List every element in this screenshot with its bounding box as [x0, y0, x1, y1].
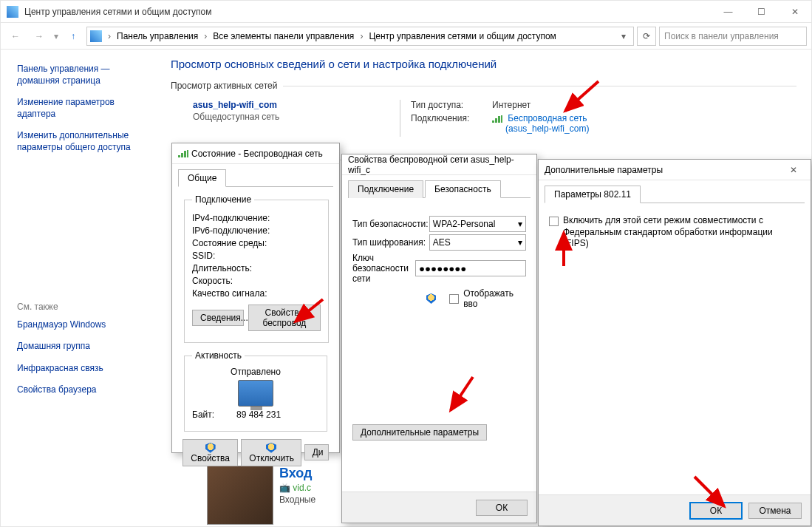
diagnose-button[interactable]: Ди	[304, 444, 329, 460]
connection-link[interactable]: Беспроводная сеть	[508, 113, 587, 123]
page-title: Просмотр основных сведений о сети и наст…	[171, 58, 796, 70]
activity-group: Активность Отправлено Байт: 89 484 231	[184, 350, 327, 432]
dialog-title: Дополнительные параметры	[545, 165, 782, 175]
breadcrumb-item[interactable]: Панель управления	[114, 31, 201, 41]
monitor-icon	[238, 380, 273, 407]
nav-back-button[interactable]: ←	[5, 26, 26, 47]
sidebar: Панель управления — домашняя страница Из…	[1, 50, 156, 526]
signal-icon	[178, 150, 188, 157]
refresh-button[interactable]: ⟳	[637, 27, 656, 46]
nav-forward-button[interactable]: →	[29, 26, 50, 47]
shield-icon	[205, 443, 216, 453]
navigation-bar: ← → ▾ ↑ › Панель управления › Все элемен…	[1, 23, 811, 50]
cancel-button[interactable]: Отмена	[748, 503, 802, 519]
nav-up-button[interactable]: ↑	[63, 26, 83, 47]
network-key-label: Ключ безопасности сети	[352, 253, 415, 284]
sidebar-link-browser[interactable]: Свойства браузера	[17, 384, 147, 396]
see-also-label: См. также	[17, 302, 147, 312]
tab-80211[interactable]: Параметры 802.11	[545, 186, 641, 203]
dialog-title: Свойства беспроводной сети asus_help-wif…	[348, 154, 530, 175]
properties-button[interactable]: Свойства	[182, 439, 238, 466]
signal-icon	[492, 115, 502, 123]
network-name: asus_help-wifi_com	[193, 100, 400, 110]
app-icon	[7, 6, 18, 18]
connection-label: Подключения:	[411, 113, 492, 134]
access-type-label: Тип доступа:	[411, 100, 492, 110]
dialog-title: Состояние - Беспроводная сеть	[191, 149, 333, 159]
speed-label: Скорость:	[192, 276, 310, 286]
maximize-button[interactable]: ☐	[745, 1, 778, 23]
active-network-block: asus_help-wifi_com Общедоступная сеть Ти…	[193, 100, 796, 137]
dialog-footer: ОК Отмена	[539, 494, 811, 526]
close-button[interactable]: ✕	[778, 1, 811, 23]
breadcrumb-item[interactable]: Центр управления сетями и общим доступом	[366, 31, 559, 41]
disable-button[interactable]: Отключить	[241, 439, 301, 466]
security-type-select[interactable]: WPA2-Personal▾	[429, 216, 526, 232]
details-button[interactable]: Сведения...	[192, 310, 244, 326]
window-title: Центр управления сетями и общим доступом	[24, 7, 712, 17]
bytes-label: Байт:	[192, 409, 236, 420]
sidebar-link-homegroup[interactable]: Домашняя группа	[17, 341, 147, 353]
breadcrumb-icon	[90, 30, 102, 42]
sidebar-link-irda[interactable]: Инфракрасная связь	[17, 363, 147, 375]
security-type-label: Тип безопасности:	[352, 219, 429, 229]
shield-icon	[426, 293, 436, 304]
connection-group: Подключение IPv4-подключение: IPv6-подкл…	[184, 194, 329, 343]
search-input[interactable]: Поиск в панели управления	[659, 27, 807, 46]
breadcrumb-item[interactable]: Все элементы панели управления	[210, 31, 357, 41]
dialog-footer: ОК	[342, 492, 536, 523]
tab-security[interactable]: Безопасность	[425, 180, 501, 198]
advanced-dialog: Дополнительные параметры ✕ Параметры 802…	[538, 159, 811, 526]
access-type-value: Интернет	[492, 100, 530, 110]
breadcrumb-dropdown[interactable]: ▾	[617, 27, 630, 45]
fips-label: Включить для этой сети режим совместимос…	[563, 215, 800, 250]
dialog-title-bar[interactable]: Состояние - Беспроводная сеть	[172, 143, 339, 164]
ipv6-label: IPv6-подключение:	[192, 225, 310, 236]
show-chars-checkbox[interactable]	[449, 294, 459, 304]
media-state-label: Состояние среды:	[192, 238, 310, 248]
status-dialog: Состояние - Беспроводная сеть Общие Подк…	[171, 143, 340, 453]
tab-general[interactable]: Общие	[178, 169, 226, 187]
title-bar: Центр управления сетями и общим доступом…	[1, 1, 811, 23]
ipv4-label: IPv4-подключение:	[192, 213, 310, 223]
network-type: Общедоступная сеть	[193, 112, 400, 122]
ok-button[interactable]: ОК	[476, 500, 528, 516]
connection-detail[interactable]: (asus_help-wifi_com)	[505, 123, 589, 134]
ad-domain: 📺 vid.c	[279, 483, 315, 493]
encryption-type-label: Тип шифрования:	[352, 237, 429, 248]
tab-connection[interactable]: Подключение	[348, 180, 423, 198]
close-icon[interactable]: ✕	[782, 162, 805, 178]
dialog-title-bar[interactable]: Дополнительные параметры ✕	[539, 160, 811, 180]
sent-label: Отправлено	[231, 367, 281, 377]
network-key-input[interactable]	[415, 260, 526, 276]
sidebar-link-firewall[interactable]: Брандмауэр Windows	[17, 319, 147, 331]
tabstrip: Общие	[178, 169, 333, 187]
sidebar-home-link[interactable]: Панель управления — домашняя страница	[17, 64, 147, 86]
properties-dialog: Свойства беспроводной сети asus_help-wif…	[341, 154, 537, 523]
minimize-button[interactable]: —	[712, 1, 745, 23]
dialog-title-bar[interactable]: Свойства беспроводной сети asus_help-wif…	[342, 154, 536, 175]
encryption-type-select[interactable]: AES▾	[429, 234, 526, 251]
show-chars-label: Отображать вво	[463, 288, 526, 309]
sidebar-link-adapter[interactable]: Изменение параметров адаптера	[17, 97, 147, 120]
duration-label: Длительность:	[192, 263, 310, 273]
signal-quality-label: Качество сигнала:	[192, 288, 310, 299]
sidebar-link-sharing[interactable]: Изменить дополнительные параметры общего…	[17, 130, 147, 153]
bytes-value: 89 484 231	[236, 409, 281, 420]
wireless-properties-button[interactable]: Свойства беспровод	[248, 305, 321, 331]
active-networks-label: Просмотр активных сетей	[171, 81, 796, 91]
ssid-label: SSID:	[192, 251, 310, 261]
fips-checkbox[interactable]	[549, 217, 559, 226]
tabstrip: Параметры 802.11	[545, 185, 805, 203]
shield-icon	[266, 443, 276, 453]
tabstrip: Подключение Безопасность	[348, 180, 530, 198]
advanced-settings-button[interactable]: Дополнительные параметры	[352, 424, 487, 441]
ok-button[interactable]: ОК	[689, 502, 743, 520]
breadcrumb[interactable]: › Панель управления › Все элементы панел…	[86, 27, 634, 46]
ad-desc: Входные	[279, 494, 315, 505]
